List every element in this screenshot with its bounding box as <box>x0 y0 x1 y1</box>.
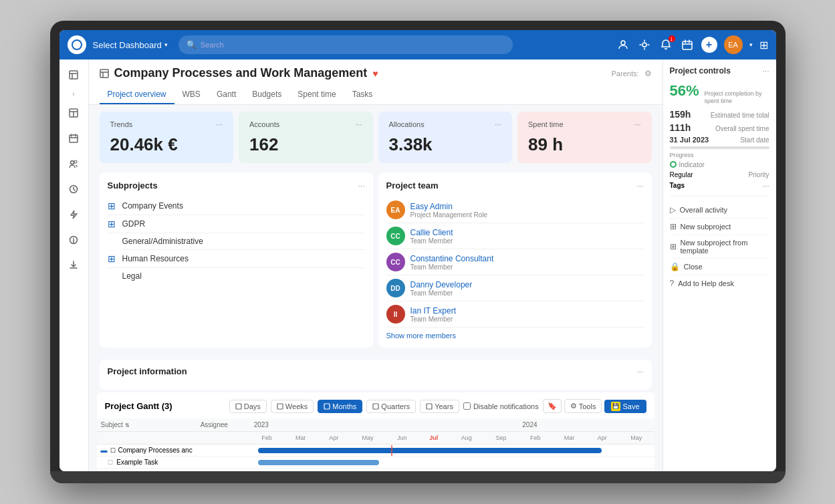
month-feb-2023: Feb <box>250 432 284 445</box>
accounts-menu[interactable]: ··· <box>355 120 362 129</box>
tab-wbs[interactable]: WBS <box>174 86 209 104</box>
progress-bar <box>670 146 769 149</box>
subprojects-menu[interactable]: ··· <box>358 181 364 191</box>
show-more-members-link[interactable]: Show more members <box>386 328 644 340</box>
member-name[interactable]: Callie Client <box>410 228 644 237</box>
subproject-expand-icon[interactable]: ⊞ <box>108 201 118 211</box>
svg-rect-12 <box>277 404 283 409</box>
sidebar-icon-layout[interactable] <box>64 103 84 123</box>
create-button[interactable]: + <box>701 37 717 53</box>
gantt-tools-button[interactable]: ⚙ Tools <box>564 399 602 413</box>
avatar-dropdown-icon[interactable]: ▾ <box>749 41 753 48</box>
trends-title: Trends <box>110 120 133 128</box>
dashboard-selector[interactable]: Select Dashboard ▾ <box>93 40 168 50</box>
avatar[interactable]: EA <box>724 35 743 54</box>
action-help-desk[interactable]: ? Add to Help desk <box>670 275 769 291</box>
tab-tasks[interactable]: Tasks <box>344 86 381 104</box>
action-label: Close <box>684 263 703 271</box>
start-date: 31 Jul 2023 <box>670 136 709 144</box>
sidebar-icon-table[interactable] <box>64 65 84 85</box>
gantt-btn-weeks[interactable]: Weeks <box>271 400 314 413</box>
sidebar-icon-clock[interactable] <box>64 179 84 199</box>
row-collapse-icon[interactable]: ▬ <box>101 447 108 454</box>
calendar-icon[interactable] <box>680 37 695 52</box>
disable-notifications-check[interactable]: Disable notifications <box>463 402 539 410</box>
action-overall-activity[interactable]: ▷ Overall activity <box>670 202 769 219</box>
gantt-btn-years[interactable]: Years <box>420 400 459 413</box>
member-name[interactable]: Danny Developer <box>410 280 644 289</box>
gantt-controls: Days Weeks Months <box>229 399 646 413</box>
action-label: Overall activity <box>680 206 728 214</box>
table-row[interactable]: ▬ ☐ Company Processes anc <box>97 445 654 457</box>
gantt-save-button[interactable]: 💾 Save <box>604 400 646 413</box>
sidebar-collapse-icon[interactable]: › <box>72 90 74 98</box>
controls-menu[interactable]: ··· <box>762 66 769 76</box>
tab-project-overview[interactable]: Project overview <box>100 86 174 104</box>
project-info-menu[interactable]: ··· <box>636 367 643 376</box>
list-item: EA Easy Admin Project Management Role <box>386 197 644 223</box>
month-jul-2023: Jul <box>419 432 449 445</box>
list-item[interactable]: ⊞ GDPR <box>108 215 365 233</box>
overall-spent: 111h <box>670 122 691 133</box>
trends-menu[interactable]: ··· <box>216 120 223 129</box>
list-item[interactable]: ⊞ Company Events <box>108 197 365 215</box>
list-item[interactable]: ⊞ Human Resources <box>108 250 365 268</box>
help-icon: ? <box>670 279 675 288</box>
settings-icon[interactable] <box>637 37 652 52</box>
start-label: Start date <box>740 136 769 144</box>
tab-spent-time[interactable]: Spent time <box>289 86 344 104</box>
sidebar-icon-info[interactable] <box>64 230 84 250</box>
indicator-circle <box>670 161 677 168</box>
stats-row: Trends ··· 20.46k € Accounts ··· 162 <box>89 105 663 170</box>
sidebar-icon-lightning[interactable] <box>64 205 84 225</box>
month-feb-2024: Feb <box>518 432 552 445</box>
member-role: Team Member <box>410 237 644 245</box>
favorite-icon[interactable]: ♥ <box>372 68 378 79</box>
tags-menu[interactable]: ··· <box>762 181 769 191</box>
global-search[interactable]: 🔍 Search <box>178 35 513 54</box>
member-role: Team Member <box>410 263 644 271</box>
month-apr-2024: Apr <box>586 432 618 445</box>
list-item: DD Danny Developer Team Member <box>386 275 644 301</box>
estimated-label: Estimated time total <box>711 112 769 119</box>
table-row[interactable]: ☐ Example Task 2 <box>97 469 654 472</box>
gantt-today-marker <box>391 445 392 456</box>
list-item[interactable]: General/Administrative <box>122 233 365 250</box>
priority-label: Priority <box>748 171 769 178</box>
svg-rect-13 <box>324 404 330 409</box>
indicator-label: Indicator <box>679 161 705 168</box>
gantt-btn-days[interactable]: Days <box>229 400 267 413</box>
spent-menu[interactable]: ··· <box>634 120 640 129</box>
accounts-title: Accounts <box>249 120 279 128</box>
user-icon[interactable] <box>616 37 630 52</box>
tab-gantt[interactable]: Gantt <box>209 86 244 104</box>
action-close[interactable]: 🔒 Close <box>670 259 769 275</box>
subproject-expand-icon[interactable]: ⊞ <box>108 219 118 229</box>
sidebar-icon-download[interactable] <box>64 255 84 275</box>
sidebar-icon-calendar[interactable] <box>64 128 84 148</box>
gantt-btn-quarters[interactable]: Quarters <box>366 400 416 413</box>
row-checkbox[interactable]: ☐ <box>110 447 116 454</box>
member-name[interactable]: Constantine Consultant <box>410 254 644 263</box>
grid-menu-icon[interactable]: ⊞ <box>759 39 768 51</box>
team-menu[interactable]: ··· <box>636 181 643 191</box>
gantt-col-subject: Subject ⇅ <box>97 418 197 432</box>
table-row[interactable]: ☐ Example Task <box>97 457 654 469</box>
gantt-bookmark-icon[interactable]: 🔖 <box>543 399 562 413</box>
subproject-expand-icon[interactable]: ⊞ <box>108 253 118 264</box>
svg-rect-10 <box>100 70 108 78</box>
notifications-icon[interactable]: 1 <box>659 37 673 52</box>
allocations-menu[interactable]: ··· <box>495 120 501 129</box>
allocations-title: Allocations <box>389 120 425 128</box>
sidebar-icon-users[interactable] <box>64 154 84 174</box>
member-name[interactable]: Easy Admin <box>410 202 644 211</box>
filter-icon[interactable]: ⚙ <box>644 69 652 78</box>
action-new-subproject-template[interactable]: ⊞ New subproject from template <box>670 235 769 259</box>
disable-notifications-checkbox[interactable] <box>463 402 471 410</box>
list-item[interactable]: Legal <box>122 268 365 284</box>
tab-budgets[interactable]: Budgets <box>244 86 289 104</box>
member-name[interactable]: Ian IT Expert <box>410 306 644 316</box>
month-mar-2023: Mar <box>283 432 318 445</box>
gantt-btn-months[interactable]: Months <box>318 400 362 413</box>
action-new-subproject[interactable]: ⊞ New subproject <box>670 219 769 235</box>
